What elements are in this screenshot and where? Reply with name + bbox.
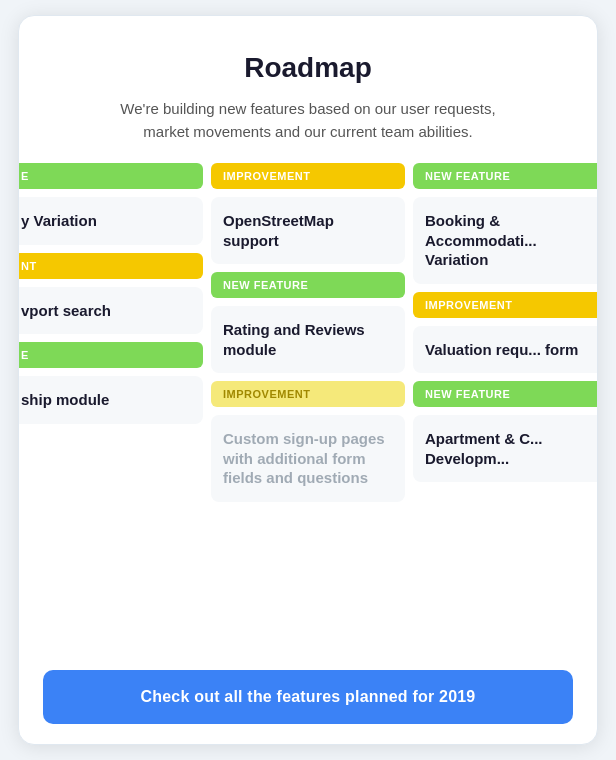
- card-text-left-2: vport search: [21, 302, 111, 319]
- card-text-right-1: Booking & Accommodati... Variation: [425, 212, 537, 268]
- card-item-center-1: OpenStreetMap support: [211, 197, 405, 264]
- tag-center-2: NEW FEATURE: [211, 272, 405, 298]
- card-item-right-2: Valuation requ... form: [413, 326, 597, 374]
- footer-section: Check out all the features planned for 2…: [19, 654, 597, 744]
- card-text-right-2: Valuation requ... form: [425, 341, 578, 358]
- card-text-left-3: ship module: [21, 391, 109, 408]
- cta-button[interactable]: Check out all the features planned for 2…: [43, 670, 573, 724]
- tag-right-3: NEW FEATURE: [413, 381, 597, 407]
- column-right: NEW FEATURE Booking & Accommodati... Var…: [413, 163, 597, 654]
- card-item-left-1: y Variation: [19, 197, 203, 245]
- card-text-left-1: y Variation: [21, 212, 97, 229]
- column-left: E y Variation NT vport search E ship mod…: [19, 163, 203, 654]
- card-item-center-3: Custom sign-up pages with additional for…: [211, 415, 405, 502]
- column-center: IMPROVEMENT OpenStreetMap support NEW FE…: [211, 163, 405, 654]
- tag-center-3: IMPROVEMENT: [211, 381, 405, 407]
- columns-inner: E y Variation NT vport search E ship mod…: [19, 163, 597, 654]
- card-text-center-1: OpenStreetMap support: [223, 212, 334, 249]
- card-text-right-3: Apartment & C... Developm...: [425, 430, 543, 467]
- card-text-center-2: Rating and Reviews module: [223, 321, 365, 358]
- roadmap-card: Roadmap We're building new features base…: [18, 15, 598, 745]
- tag-right-2: IMPROVEMENT: [413, 292, 597, 318]
- header-subtitle: We're building new features based on our…: [108, 98, 508, 143]
- tag-left-2: NT: [19, 253, 203, 279]
- tag-left-3: E: [19, 342, 203, 368]
- columns-section: E y Variation NT vport search E ship mod…: [19, 163, 597, 654]
- card-item-right-1: Booking & Accommodati... Variation: [413, 197, 597, 284]
- page-title: Roadmap: [59, 52, 557, 84]
- card-item-left-2: vport search: [19, 287, 203, 335]
- tag-right-1: NEW FEATURE: [413, 163, 597, 189]
- card-text-center-3: Custom sign-up pages with additional for…: [223, 430, 385, 486]
- card-item-left-3: ship module: [19, 376, 203, 424]
- card-item-right-3: Apartment & C... Developm...: [413, 415, 597, 482]
- header-section: Roadmap We're building new features base…: [19, 16, 597, 163]
- tag-left-1: E: [19, 163, 203, 189]
- card-item-center-2: Rating and Reviews module: [211, 306, 405, 373]
- tag-center-1: IMPROVEMENT: [211, 163, 405, 189]
